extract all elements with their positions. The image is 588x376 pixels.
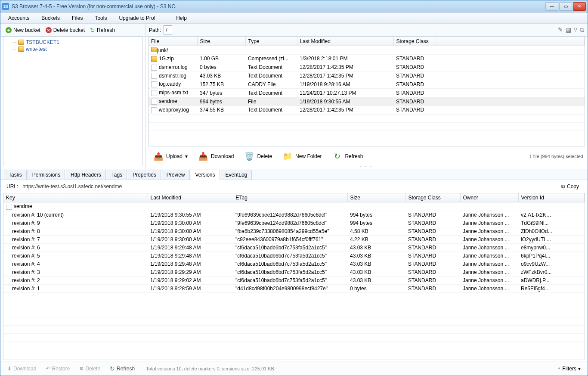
columns-icon[interactable]: ⧉ bbox=[580, 26, 584, 34]
maximize-button[interactable]: ▭ bbox=[559, 2, 572, 11]
file-row[interactable]: log.caddy152.75 KBCADDY File1/19/2018 9:… bbox=[149, 80, 585, 89]
details-tabs: Tasks Permissions Http Headers Tags Prop… bbox=[0, 169, 588, 180]
folder-icon bbox=[18, 40, 24, 45]
versions-table[interactable]: Key Last Modified ETag Size Storage Clas… bbox=[3, 193, 585, 360]
versions-status: Total versions 10, delete markers 0, ver… bbox=[146, 366, 274, 371]
version-row[interactable]: revision #: 31/19/2018 9:29:29 AM"cf6dac… bbox=[3, 268, 585, 276]
vcol-size[interactable]: Size bbox=[347, 193, 405, 202]
new-folder-icon: 📁 bbox=[282, 151, 293, 162]
menu-help[interactable]: Help bbox=[172, 13, 191, 23]
file-row[interactable]: webproxy.log374.55 KBText Document12/28/… bbox=[149, 106, 585, 114]
menu-files[interactable]: Files bbox=[68, 13, 87, 23]
copy-url-button[interactable]: ⧉Copy bbox=[559, 183, 582, 190]
vcol-class[interactable]: Storage Class bbox=[405, 193, 460, 202]
edit-icon[interactable]: ✎ bbox=[558, 26, 563, 34]
bucket-item[interactable]: ⋯write-test bbox=[5, 46, 140, 53]
app-icon: S3 bbox=[2, 3, 9, 10]
vcol-vid[interactable]: Version Id bbox=[518, 193, 555, 202]
menu-accounts[interactable]: Accounts bbox=[4, 13, 34, 23]
files-panel: Path: ✎ ▦ ⑂ ⧉ File Size Type Last Modif bbox=[145, 24, 588, 169]
tab-tags[interactable]: Tags bbox=[107, 170, 127, 180]
col-modified[interactable]: Last Modified bbox=[297, 37, 393, 46]
file-row[interactable]: sendme994 bytesFile1/19/2018 9:30:55 AMS… bbox=[149, 97, 585, 106]
close-button[interactable]: ✕ bbox=[573, 2, 586, 11]
selection-status: 1 file (994 bytes) selected bbox=[529, 154, 583, 159]
plus-icon: + bbox=[6, 27, 12, 33]
refresh-buckets-button[interactable]: ↻Refresh bbox=[87, 25, 118, 35]
file-row[interactable]: junk/ bbox=[149, 46, 585, 55]
bucket-tree[interactable]: ⋯TSTBUCKET1 ⋯write-test bbox=[3, 37, 142, 166]
select-all-icon[interactable]: ▦ bbox=[566, 26, 571, 34]
version-delete-button[interactable]: ✖Delete bbox=[76, 364, 104, 373]
file-row[interactable]: mips-asm.txt347 bytesText Document11/24/… bbox=[149, 89, 585, 97]
file-icon bbox=[151, 99, 157, 105]
version-row[interactable]: revision #: 61/19/2018 9:29:48 AM"cf6dac… bbox=[3, 243, 585, 252]
bucket-item[interactable]: ⋯TSTBUCKET1 bbox=[5, 39, 140, 46]
file-icon bbox=[151, 65, 157, 71]
menu-buckets[interactable]: Buckets bbox=[37, 13, 64, 23]
file-row[interactable]: dsmerror.log0 bytesText Document12/28/20… bbox=[149, 63, 585, 71]
bucket-panel: +New bucket ×Delete bucket ↻Refresh ⋯TST… bbox=[0, 24, 145, 169]
version-row[interactable]: revision #: 91/19/2018 9:30:00 AM"9fe696… bbox=[3, 219, 585, 227]
tab-properties[interactable]: Properties bbox=[128, 170, 161, 180]
vcol-modified[interactable]: Last Modified bbox=[148, 193, 233, 202]
tab-permissions[interactable]: Permissions bbox=[28, 170, 65, 180]
version-row[interactable]: revision #: 71/19/2018 9:30:00 AM"c92eee… bbox=[3, 235, 585, 243]
titlebar[interactable]: S3 S3 Browser 7-4-5 - Free Version (for … bbox=[0, 0, 588, 12]
delete-icon: ✖ bbox=[79, 366, 84, 372]
vcol-key[interactable]: Key bbox=[3, 193, 148, 202]
file-row[interactable]: 1G.zip1.00 GBCompressed (zi...1/3/2018 2… bbox=[149, 55, 585, 63]
url-value[interactable]: https://write-test.s3.osl1.safedc.net/se… bbox=[22, 183, 122, 190]
minimize-button[interactable]: — bbox=[545, 2, 558, 11]
file-icon bbox=[151, 73, 157, 79]
new-bucket-button[interactable]: +New bucket bbox=[3, 26, 43, 34]
path-label: Path: bbox=[149, 27, 161, 33]
version-refresh-button[interactable]: ↻Refresh bbox=[106, 364, 138, 374]
col-size[interactable]: Size bbox=[197, 37, 245, 46]
version-row[interactable]: revision #: 51/19/2018 9:29:48 AM"cf6dac… bbox=[3, 252, 585, 260]
upload-button[interactable]: 📤Upload▾ bbox=[150, 149, 191, 163]
version-row[interactable]: revision #: 11/19/2018 9:28:59 AM"d41d8c… bbox=[3, 284, 585, 292]
tab-tasks[interactable]: Tasks bbox=[4, 170, 27, 180]
versions-header-row[interactable]: Key Last Modified ETag Size Storage Clas… bbox=[3, 193, 585, 202]
version-root-row[interactable]: sendme bbox=[3, 202, 585, 211]
app-window: S3 S3 Browser 7-4-5 - Free Version (for … bbox=[0, 0, 588, 376]
file-row[interactable]: dsminstr.log43.03 KBText Document12/28/2… bbox=[149, 71, 585, 80]
vcol-etag[interactable]: ETag bbox=[233, 193, 347, 202]
version-row[interactable]: revision #: 41/19/2018 9:29:48 AM"cf6dac… bbox=[3, 260, 585, 268]
tab-eventlog[interactable]: EventLog bbox=[221, 170, 252, 180]
tab-http-headers[interactable]: Http Headers bbox=[66, 170, 106, 180]
version-row[interactable]: revision #: 10 (current)1/19/2018 9:30:5… bbox=[3, 211, 585, 219]
copy-icon: ⧉ bbox=[561, 183, 565, 190]
menu-upgrade[interactable]: Upgrade to Pro! bbox=[115, 13, 160, 23]
col-file[interactable]: File bbox=[149, 37, 197, 46]
tab-preview[interactable]: Preview bbox=[162, 170, 190, 180]
window-title: S3 Browser 7-4-5 - Free Version (for non… bbox=[12, 3, 545, 9]
download-icon: 📥 bbox=[198, 151, 208, 162]
tab-versions[interactable]: Versions bbox=[191, 170, 220, 180]
restore-icon: ↶ bbox=[46, 366, 50, 372]
version-row[interactable]: revision #: 21/19/2018 9:29:02 AM"cf6dac… bbox=[3, 276, 585, 284]
filters-button[interactable]: ⑂Filters▾ bbox=[554, 364, 584, 373]
col-type[interactable]: Type bbox=[245, 37, 297, 46]
path-input[interactable] bbox=[164, 25, 172, 34]
version-restore-button[interactable]: ↶Restore bbox=[42, 364, 73, 373]
file-header-row[interactable]: File Size Type Last Modified Storage Cla… bbox=[149, 37, 585, 46]
vcol-owner[interactable]: Owner bbox=[460, 193, 518, 202]
new-folder-button[interactable]: 📁New Folder bbox=[279, 149, 325, 163]
splitter-grip[interactable]: • • • bbox=[145, 165, 588, 169]
download-button[interactable]: 📥Download bbox=[195, 149, 237, 163]
version-row[interactable]: revision #: 81/19/2018 9:30:00 AM"fba6b2… bbox=[3, 227, 585, 235]
menu-tools[interactable]: Tools bbox=[90, 13, 111, 23]
refresh-files-button[interactable]: ↻Refresh bbox=[328, 149, 366, 163]
file-table[interactable]: File Size Type Last Modified Storage Cla… bbox=[148, 37, 585, 146]
col-class[interactable]: Storage Class bbox=[393, 37, 436, 46]
delete-button[interactable]: 🗑️Delete bbox=[241, 149, 275, 163]
file-icon bbox=[151, 81, 157, 87]
delete-bucket-button[interactable]: ×Delete bucket bbox=[43, 26, 87, 34]
version-download-button[interactable]: ⬇Download bbox=[4, 364, 40, 373]
download-icon: ⬇ bbox=[7, 366, 12, 372]
filter-icon[interactable]: ⑂ bbox=[574, 26, 577, 34]
file-icon bbox=[151, 107, 157, 113]
path-bar: Path: ✎ ▦ ⑂ ⧉ bbox=[145, 24, 588, 37]
